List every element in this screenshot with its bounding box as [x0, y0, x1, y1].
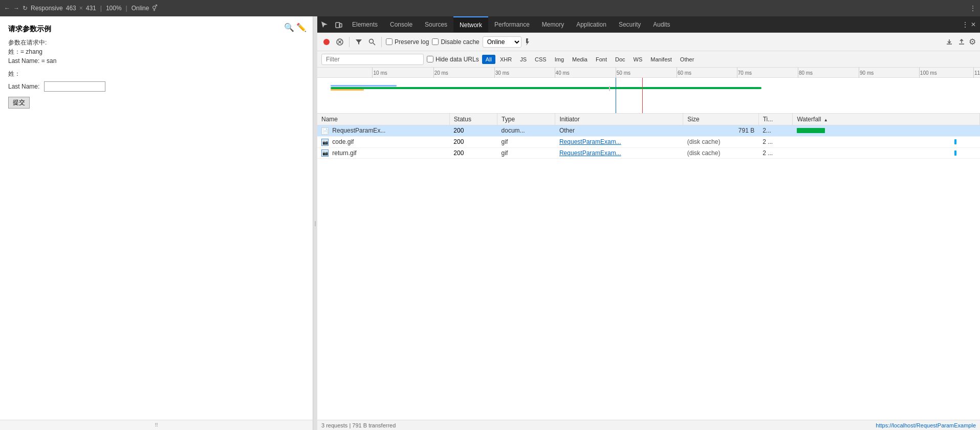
col-initiator[interactable]: Initiator	[555, 114, 683, 125]
doc-icon: 📄	[321, 127, 329, 135]
disable-cache-label[interactable]: Disable cache	[432, 38, 479, 46]
col-size[interactable]: Size	[683, 114, 758, 125]
cell-time: 2 ...	[758, 136, 793, 147]
gif-icon: 📷	[321, 149, 329, 157]
pencil-icon[interactable]: ✏️	[296, 23, 307, 32]
separator2: |	[126, 5, 127, 12]
search-button[interactable]	[367, 37, 377, 47]
no-throttle-icon[interactable]: ⚥	[152, 5, 158, 12]
initiator-link[interactable]: RequestParamExam...	[559, 138, 621, 145]
filter-all[interactable]: All	[482, 55, 495, 64]
filter-doc[interactable]: Doc	[612, 55, 629, 64]
toolbar-sep1	[349, 37, 350, 47]
cell-name: 📷 code.gif	[317, 136, 449, 147]
toolbar-sep2	[381, 37, 382, 47]
filter-manifest[interactable]: Manifest	[647, 55, 676, 64]
tab-security[interactable]: Security	[613, 16, 647, 32]
cursor-tool-icon[interactable]	[317, 16, 332, 32]
throttling-select[interactable]: OnlineFast 3GSlow 3GOffline	[483, 36, 521, 48]
preserve-log-checkbox[interactable]	[386, 38, 393, 45]
lastname-row: 姓：	[8, 70, 304, 78]
tab-elements[interactable]: Elements	[346, 16, 384, 32]
last-name-label: Last Name:	[8, 83, 44, 90]
tab-performance[interactable]: Performance	[488, 16, 536, 32]
tab-network[interactable]: Network	[453, 16, 488, 32]
back-icon[interactable]: ←	[4, 5, 10, 12]
page-description: 参数在请求中: 姓：= zhang Last Name: = san	[8, 38, 304, 66]
import-button[interactable]	[944, 37, 954, 47]
height-value: 431	[86, 5, 96, 12]
disable-cache-checkbox[interactable]	[432, 38, 439, 45]
ruler-80ms: 80 ms	[798, 68, 813, 78]
drag-indicator: |	[315, 221, 316, 226]
table-row[interactable]: 📄 RequestParamEx... 200 docum... Other 7…	[317, 125, 980, 137]
preserve-log-label[interactable]: Preserve log	[386, 38, 429, 46]
tab-application[interactable]: Application	[570, 16, 613, 32]
ruler-50ms: 50 ms	[616, 68, 630, 78]
tab-audits[interactable]: Audits	[647, 16, 676, 32]
table-row[interactable]: 📷 return.gif 200 gif RequestParamExam...…	[317, 147, 980, 159]
table-row[interactable]: 📷 code.gif 200 gif RequestParamExam... (…	[317, 136, 980, 147]
desc-line1: 参数在请求中:	[8, 38, 304, 47]
col-waterfall[interactable]: Waterfall ▲	[793, 114, 980, 125]
col-time[interactable]: Ti...	[758, 114, 793, 125]
timeline-ruler: 10 ms 20 ms 30 ms 40 ms 50 ms 60 ms	[317, 68, 980, 78]
cell-status: 200	[449, 125, 497, 137]
lastname-label: 姓：	[8, 70, 44, 78]
submit-button[interactable]: 提交	[8, 97, 30, 109]
tab-console[interactable]: Console	[384, 16, 419, 32]
filter-ws[interactable]: WS	[630, 55, 646, 64]
status-bar: 3 requests | 791 B transferred https://l…	[317, 420, 980, 430]
cell-status: 200	[449, 147, 497, 159]
throttling-profiles-icon[interactable]	[525, 37, 533, 47]
online-label[interactable]: Online	[132, 5, 149, 12]
cell-status: 200	[449, 136, 497, 147]
resize-handle[interactable]: ⠿	[0, 420, 313, 430]
cell-name: 📷 return.gif	[317, 147, 449, 159]
clear-button[interactable]	[335, 37, 345, 47]
panel-resize-handle[interactable]: |	[313, 16, 317, 430]
export-button[interactable]	[956, 37, 967, 47]
close-devtools-icon[interactable]: ✕	[971, 21, 976, 28]
tab-sources[interactable]: Sources	[419, 16, 453, 32]
filter-xhr[interactable]: XHR	[496, 55, 515, 64]
page-action-icons: 🔍 ✏️	[284, 23, 307, 32]
cell-type: gif	[497, 147, 555, 159]
responsive-label[interactable]: Responsive	[31, 5, 63, 12]
filter-button[interactable]	[354, 37, 364, 47]
last-name-input[interactable]	[44, 81, 105, 92]
filter-input[interactable]	[321, 54, 424, 65]
inspect-icon[interactable]: 🔍	[284, 23, 294, 32]
hide-data-urls-label[interactable]: Hide data URLs	[427, 56, 479, 63]
col-name[interactable]: Name	[317, 114, 449, 125]
settings-button[interactable]: ⚙	[969, 37, 976, 47]
filter-media[interactable]: Media	[569, 55, 591, 64]
timeline-blue-bar	[331, 85, 397, 87]
filter-other[interactable]: Other	[677, 55, 698, 64]
zoom-label[interactable]: 100%	[106, 5, 122, 12]
more-options-icon[interactable]: ⋮	[970, 5, 976, 12]
cell-type: gif	[497, 136, 555, 147]
filter-js[interactable]: JS	[516, 55, 530, 64]
cell-waterfall	[793, 147, 980, 159]
ruler-110: 110	[973, 68, 980, 78]
filter-font[interactable]: Font	[592, 55, 611, 64]
col-type[interactable]: Type	[497, 114, 555, 125]
device-toolbar-icon[interactable]	[332, 16, 346, 32]
requests-table: Name Status Type Initiator Size Ti... Wa…	[317, 114, 980, 159]
filter-css[interactable]: CSS	[531, 55, 550, 64]
ruler-10ms: 10 ms	[372, 68, 387, 78]
initiator-link[interactable]: RequestParamExam...	[559, 149, 621, 157]
record-button[interactable]	[321, 37, 332, 47]
desc-line3: Last Name: = san	[8, 56, 304, 66]
tab-memory[interactable]: Memory	[536, 16, 570, 32]
filter-img[interactable]: Img	[551, 55, 568, 64]
hide-data-urls-checkbox[interactable]	[427, 56, 433, 62]
refresh-icon[interactable]: ↻	[23, 5, 28, 12]
more-tabs-icon[interactable]: ⋮	[962, 20, 969, 29]
forward-icon[interactable]: →	[13, 5, 19, 12]
page-preview: 请求参数示例 参数在请求中: 姓：= zhang Last Name: = sa…	[0, 16, 313, 430]
svg-rect-1	[339, 24, 342, 27]
col-status[interactable]: Status	[449, 114, 497, 125]
timeline-header: 10 ms 20 ms 30 ms 40 ms 50 ms 60 ms	[317, 68, 980, 114]
